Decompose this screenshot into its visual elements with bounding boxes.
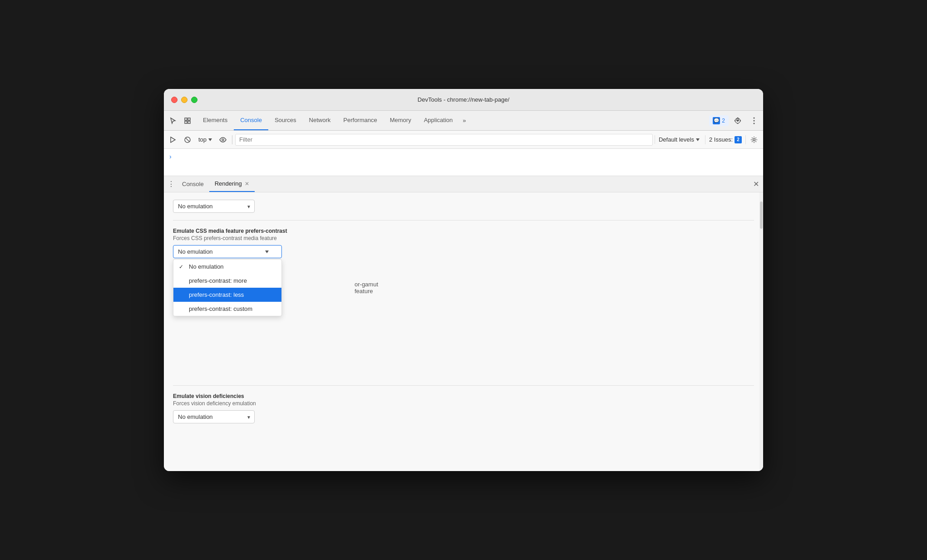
filter-input[interactable] (235, 134, 653, 146)
color-gamut-partial: or-gamut feature (355, 281, 378, 295)
dropdown-item-less[interactable]: prefers-contrast: less (173, 288, 281, 302)
scrollbar-thumb[interactable] (760, 201, 763, 229)
tab-elements[interactable]: Elements (197, 111, 234, 130)
tab-network[interactable]: Network (303, 111, 337, 130)
bottom-panel: ⋮ Console Rendering ✕ ✕ No emulation ▼ (164, 176, 763, 471)
svg-point-12 (753, 138, 755, 141)
section-separator-vision (173, 385, 754, 386)
tabs-overflow-button[interactable]: » (459, 117, 469, 124)
rendering-panel-content: No emulation ▼ Emulate CSS media feature… (164, 192, 763, 471)
dropdown-item-more[interactable]: prefers-contrast: more (173, 274, 281, 288)
vision-section-title: Emulate vision deficiencies (173, 393, 754, 399)
contrast-section: Emulate CSS media feature prefers-contra… (173, 228, 754, 258)
vision-select-wrapper: No emulation ▼ (173, 410, 255, 423)
tab-performance[interactable]: Performance (337, 111, 383, 130)
vision-dropdown-wrapper: No emulation ▼ (173, 410, 754, 423)
context-selector[interactable]: top (196, 135, 215, 144)
above-section: No emulation ▼ (173, 200, 754, 213)
maximize-button[interactable] (191, 97, 197, 103)
svg-point-5 (754, 117, 755, 118)
vision-section: Emulate vision deficiencies Forces visio… (173, 385, 754, 423)
svg-rect-0 (185, 118, 187, 120)
vision-select-dropdown[interactable]: No emulation (173, 410, 255, 423)
panel-tab-close-icon[interactable]: ✕ (245, 181, 249, 187)
issues-badge[interactable]: 💬 2 (709, 115, 729, 126)
inspect-icon[interactable] (180, 113, 195, 128)
panel-tab-console[interactable]: Console (177, 176, 209, 192)
eye-icon[interactable] (217, 133, 229, 146)
toolbar-divider (232, 135, 232, 144)
cursor-icon[interactable] (166, 113, 180, 128)
tab-memory[interactable]: Memory (384, 111, 418, 130)
issues-count[interactable]: 2 Issues: 2 (705, 135, 746, 144)
svg-rect-3 (188, 121, 190, 123)
main-tab-list: Elements Console Sources Network Perform… (197, 111, 459, 130)
window-title: DevTools - chrome://new-tab-page/ (418, 96, 509, 103)
contrast-section-desc: Forces CSS prefers-contrast media featur… (173, 235, 754, 241)
devtools-tabs-bar: Elements Console Sources Network Perform… (164, 111, 763, 131)
above-dropdown-wrapper: No emulation ▼ (173, 200, 255, 213)
svg-marker-8 (171, 137, 175, 142)
svg-line-10 (186, 138, 189, 142)
panel-close-button[interactable]: ✕ (750, 179, 761, 190)
tab-sources[interactable]: Sources (268, 111, 303, 130)
svg-rect-2 (185, 121, 187, 123)
scrollbar-track (759, 192, 763, 471)
close-button[interactable] (171, 97, 178, 103)
default-levels-dropdown[interactable]: Default levels (655, 135, 703, 144)
check-mark-icon: ✓ (179, 264, 185, 270)
dropdown-item-no-emulation[interactable]: ✓ No emulation (173, 260, 281, 274)
svg-point-11 (222, 139, 224, 141)
panel-menu-icon[interactable]: ⋮ (166, 179, 177, 190)
contrast-dropdown-wrapper: No emulation ✓ No emulation p (173, 245, 282, 258)
svg-point-6 (754, 120, 755, 121)
contrast-dropdown-menu: ✓ No emulation prefers-contrast: more pr… (173, 259, 282, 316)
console-settings-icon[interactable] (748, 133, 760, 146)
tab-console[interactable]: Console (234, 111, 268, 130)
minimize-button[interactable] (181, 97, 187, 103)
svg-point-7 (754, 123, 755, 124)
panel-tab-rendering[interactable]: Rendering ✕ (209, 176, 255, 192)
devtools-window: DevTools - chrome://new-tab-page/ Elemen… (164, 89, 763, 471)
contrast-dropdown-trigger[interactable]: No emulation (173, 245, 282, 258)
vision-section-desc: Forces vision deficiency emulation (173, 400, 754, 407)
context-label: top (198, 136, 207, 143)
traffic-lights (171, 97, 197, 103)
tab-application[interactable]: Application (418, 111, 459, 130)
console-content: › (164, 149, 763, 176)
issues-icon: 💬 (713, 117, 720, 124)
section-separator-top (173, 220, 754, 221)
dropdown-item-custom[interactable]: prefers-contrast: custom (173, 302, 281, 316)
console-chevron[interactable]: › (169, 153, 172, 160)
svg-rect-1 (188, 118, 190, 120)
clear-console-icon[interactable] (181, 133, 194, 146)
contrast-section-title: Emulate CSS media feature prefers-contra… (173, 228, 754, 234)
above-select-dropdown[interactable]: No emulation (173, 200, 255, 213)
tabs-right-section: 💬 2 (709, 113, 761, 128)
run-script-icon[interactable] (167, 133, 179, 146)
settings-icon[interactable] (730, 113, 745, 128)
panel-tabs-bar: ⋮ Console Rendering ✕ ✕ (164, 176, 763, 192)
issues-count-icon: 2 (735, 136, 742, 143)
console-toolbar: top Default levels 2 Issues: 2 (164, 131, 763, 149)
more-options-icon[interactable] (747, 113, 761, 128)
title-bar: DevTools - chrome://new-tab-page/ (164, 89, 763, 111)
